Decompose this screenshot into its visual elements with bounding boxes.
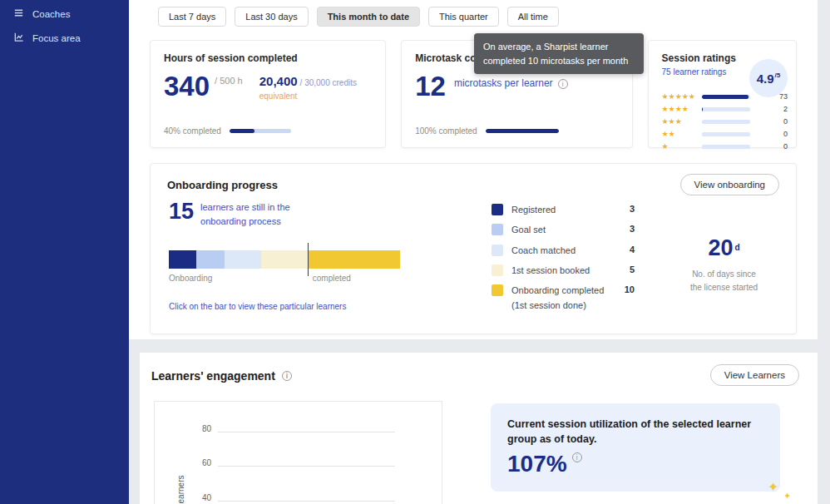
rating-bar	[702, 145, 750, 149]
sparkle-icon: ✦	[768, 479, 778, 495]
rating-score: 4.9	[757, 72, 774, 86]
rating-count: 0	[750, 117, 788, 126]
onboarding-count-caption: learners are still in the onboarding pro…	[200, 200, 325, 229]
bar-segment-0[interactable]	[169, 250, 196, 269]
star-icons: ★	[662, 143, 702, 151]
hours-card: Hours of session completed 340 / 500 h 2…	[150, 40, 386, 148]
gridline	[218, 501, 395, 502]
hours-target: / 500 h	[215, 76, 243, 86]
chart-icon	[13, 32, 24, 44]
y-axis-label: Learners	[176, 476, 185, 504]
license-days-value: 20	[708, 235, 733, 260]
rating-score-max: /5	[775, 72, 781, 79]
sidebar-item-label: Coaches	[32, 9, 70, 19]
credits-note: equivalent	[259, 91, 357, 101]
filter-last-30-days[interactable]: Last 30 days	[235, 7, 308, 27]
onboarding-bar-hint-link[interactable]: Click on the bar to view these particula…	[169, 302, 346, 311]
microtasks-progress-row: 100% completed	[415, 126, 559, 136]
credits-block: 20,400/ 30,000 credits equivalent	[259, 74, 357, 101]
microtasks-progress-bar	[486, 129, 559, 133]
main-content: Last 7 days Last 30 days This month to d…	[129, 0, 830, 504]
sidebar-item-label: Focus area	[32, 33, 81, 43]
ratings-breakdown: ★★★★★ 73 ★★★★ 2 ★★★ 0	[662, 92, 788, 155]
filter-this-month-to-date[interactable]: This month to date	[317, 7, 420, 27]
legend-swatch	[492, 264, 503, 276]
microtasks-tooltip: On average, a Sharpist learner completed…	[474, 33, 644, 74]
legend-swatch	[492, 245, 503, 256]
info-icon[interactable]: i	[282, 371, 292, 381]
star-icons: ★★	[662, 131, 702, 138]
legend-item: Coach matched 4	[492, 245, 635, 256]
microtasks-progress-fill	[486, 129, 559, 133]
license-days-block: 20d No. of days since the license starte…	[668, 235, 780, 294]
info-icon[interactable]: i	[558, 79, 568, 89]
filter-last-7-days[interactable]: Last 7 days	[158, 7, 226, 27]
rating-bar	[702, 120, 750, 124]
rating-row: ★★★ 0	[662, 117, 788, 126]
microtasks-unit: microtasks per learner	[454, 77, 553, 89]
info-icon[interactable]: i	[572, 452, 582, 462]
legend-count: 4	[615, 245, 635, 254]
stat-cards-row: Hours of session completed 340 / 500 h 2…	[150, 40, 797, 148]
legend-item: Registered 3	[492, 204, 635, 215]
bar-onboarding-label: Onboarding	[169, 274, 212, 283]
rating-row: ★★★★★ 73	[662, 92, 788, 101]
legend-count: 3	[615, 204, 635, 214]
completed-divider	[308, 243, 309, 276]
credits-value: 20,400	[259, 74, 298, 88]
sidebar-item-coaches[interactable]: Coaches	[0, 2, 129, 26]
bar-segment-1[interactable]	[196, 250, 224, 269]
star-icons: ★★★	[662, 118, 702, 126]
filter-this-quarter[interactable]: This quarter	[428, 7, 499, 27]
star-icons: ★★★★	[662, 106, 702, 113]
list-icon	[13, 7, 24, 20]
legend-count: 5	[615, 264, 635, 274]
license-days-caption: No. of days since the license started	[668, 268, 780, 294]
sidebar-item-focus-area[interactable]: Focus area	[0, 26, 129, 50]
hours-progress-row: 40% completed	[164, 126, 291, 136]
rating-bar	[702, 107, 750, 111]
bar-segment-3[interactable]	[261, 250, 308, 269]
session-ratings-card: Session ratings 75 learner ratings 4.9 /…	[648, 40, 797, 148]
gridline	[218, 432, 395, 432]
bar-completed-label: completed	[313, 274, 351, 283]
onboarding-stacked-bar[interactable]	[169, 250, 400, 269]
onboarding-legend: Registered 3 Goal set 3 Coach matched 4	[492, 204, 635, 320]
legend-label: Goal set	[511, 224, 615, 235]
rating-count: 73	[750, 92, 788, 101]
hours-progress-fill	[230, 129, 254, 133]
utilization-value-row: 107% i	[507, 452, 763, 476]
y-tick: 60	[193, 458, 211, 467]
y-tick: 40	[193, 493, 211, 502]
onboarding-card: Onboarding progress View onboarding 15 l…	[150, 163, 797, 334]
rating-row: ★★ 0	[662, 130, 788, 138]
hours-progress-label: 40% completed	[164, 126, 221, 136]
legend-item: 1st session booked 5	[492, 264, 635, 276]
legend-label: Onboarding completed (1st session done)	[511, 284, 615, 312]
bar-segment-4[interactable]	[308, 250, 400, 269]
engagement-title: Learners' engagement	[151, 369, 275, 383]
onboarding-count-row: 15 learners are still in the onboarding …	[169, 200, 325, 229]
legend-count: 3	[615, 224, 635, 234]
dashboard-root: Coaches Focus area Last 7 days Last 30 d…	[0, 0, 830, 504]
legend-swatch	[492, 284, 503, 296]
credits-target: / 30,000 credits	[300, 78, 357, 87]
legend-label: 1st session booked	[511, 264, 615, 276]
hours-value-row: 340 / 500 h 20,400/ 30,000 credits equiv…	[164, 72, 372, 101]
session-utilization-panel: Current session utilization of the selec…	[491, 403, 780, 492]
rating-count: 0	[750, 142, 788, 151]
view-onboarding-button[interactable]: View onboarding	[680, 174, 779, 195]
legend-swatch	[492, 204, 503, 215]
microtasks-progress-label: 100% completed	[415, 126, 477, 136]
view-learners-button[interactable]: View Learners	[710, 364, 799, 386]
onboarding-count: 15	[169, 200, 194, 229]
bar-segment-2[interactable]	[225, 250, 261, 269]
legend-item: Onboarding completed (1st session done) …	[492, 284, 635, 312]
rating-row: ★★★★ 2	[662, 105, 788, 113]
utilization-value: 107%	[507, 452, 567, 476]
hours-value: 340	[164, 72, 210, 100]
filter-all-time[interactable]: All time	[507, 7, 559, 27]
sidebar: Coaches Focus area	[0, 0, 129, 504]
engagement-title-row: Learners' engagement i	[151, 369, 292, 383]
utilization-caption: Current session utilization of the selec…	[507, 417, 763, 447]
